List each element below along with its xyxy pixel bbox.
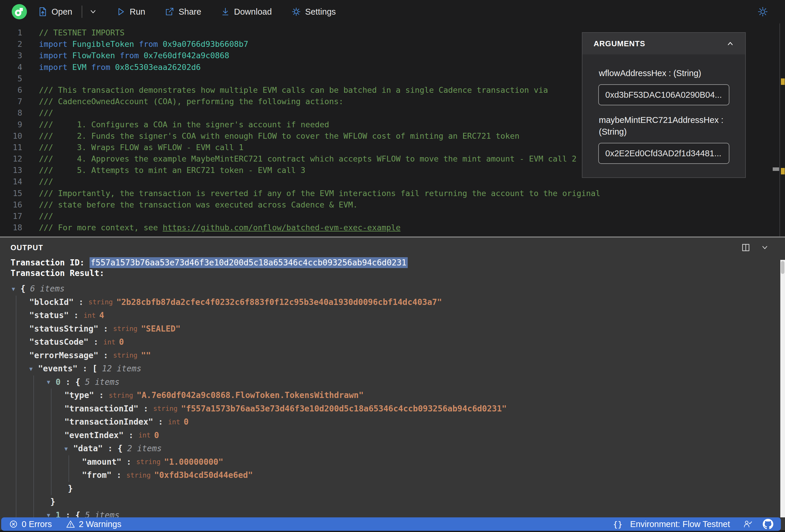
line-number: 8 <box>0 107 22 119</box>
open-button-label: Open <box>52 7 72 17</box>
errors-indicator[interactable]: 0 Errors <box>9 520 52 529</box>
json-colon: : <box>138 404 153 413</box>
code-token: /// state before the transaction was exe… <box>39 200 358 209</box>
arguments-body: wflowAddressHex : (String) maybeMintERC7… <box>582 54 745 177</box>
feedback-button[interactable] <box>743 519 753 529</box>
json-key: "blockId" <box>29 297 74 307</box>
json-row: "from" : string"0xfd3b4cd50d44e6ed" <box>82 468 785 482</box>
json-type: string <box>136 458 160 465</box>
code-token: 0x7e60df042a9c0868 <box>144 51 229 60</box>
environment-indicator[interactable]: {} Environment: Flow Testnet <box>613 520 730 529</box>
code-text: /// <box>22 210 53 222</box>
json-row: "type" : string"A.7e60df042a9c0868.FlowT… <box>65 388 785 402</box>
code-text: /// 4. Approves the example MaybeMintERC… <box>22 153 577 164</box>
gear-icon <box>291 7 301 17</box>
code-text: /// <box>22 176 53 187</box>
app-toolbar: Open Run Share Download <box>0 0 785 23</box>
argument-label: wflowAddressHex : (String) <box>599 67 729 79</box>
json-row: ▼"data" : {2 items <box>65 442 785 455</box>
json-colon: : <box>98 351 113 360</box>
collapse-chevron-icon[interactable] <box>726 39 735 48</box>
code-token: /// 2. Funds the signer's COA with enoug… <box>39 131 520 141</box>
code-token: /// 5. Attempts to mint an ERC721 token … <box>39 166 305 175</box>
json-key: "errorMessage" <box>29 351 98 360</box>
line-number: 12 <box>0 153 22 164</box>
output-panel: OUTPUT Transaction ID: f557a1573b76aa53e… <box>0 237 785 532</box>
github-icon <box>763 519 773 529</box>
json-key: "events" <box>38 364 78 373</box>
arguments-header[interactable]: ARGUMENTS <box>582 33 745 54</box>
editor-scroll-indicator[interactable] <box>773 168 779 171</box>
json-type: string <box>113 325 137 332</box>
json-items-count: 6 items <box>30 284 65 294</box>
download-button-label: Download <box>234 7 272 17</box>
scrollbar-thumb[interactable] <box>781 261 784 274</box>
feedback-person-icon <box>743 519 753 529</box>
json-value: 0 <box>184 417 189 427</box>
argument-input-maybemint[interactable] <box>598 143 729 164</box>
line-number: 13 <box>0 164 22 176</box>
code-text: /// CadenceOwnedAccount (COA), performin… <box>22 96 343 107</box>
line-number: 9 <box>0 119 22 130</box>
error-icon <box>9 520 18 529</box>
play-icon <box>116 7 126 17</box>
json-type: string <box>113 351 137 359</box>
expander-icon[interactable]: ▼ <box>65 446 73 452</box>
split-editor-icon[interactable] <box>741 243 751 252</box>
json-colon: : <box>94 390 109 400</box>
json-value: "" <box>141 351 151 360</box>
line-number: 10 <box>0 130 22 142</box>
json-row: "transactionId" : string"f557a1573b76aa5… <box>65 402 785 415</box>
expander-icon[interactable]: ▼ <box>29 365 38 372</box>
json-children: "blockId" : string"2b28cbfb87da2cfec4f02… <box>16 296 785 522</box>
settings-button[interactable]: Settings <box>286 0 341 23</box>
expander-icon[interactable]: ▼ <box>12 286 21 292</box>
flow-logo[interactable] <box>12 4 27 19</box>
arguments-title: ARGUMENTS <box>593 39 645 48</box>
line-number: 7 <box>0 96 22 107</box>
code-token: FungibleToken <box>72 40 139 49</box>
json-colon: : <box>122 457 136 467</box>
json-items-count: 12 items <box>102 364 142 373</box>
output-scrollbar[interactable] <box>780 260 785 517</box>
open-dropdown-button[interactable] <box>84 0 102 23</box>
arguments-panel: ARGUMENTS wflowAddressHex : (String) may… <box>582 32 746 178</box>
collapse-output-icon[interactable] <box>760 243 769 252</box>
run-button[interactable]: Run <box>111 0 150 23</box>
json-type: string <box>109 391 133 399</box>
json-type: int <box>103 338 116 346</box>
theme-toggle-button[interactable] <box>752 0 773 23</box>
download-button[interactable]: Download <box>216 0 277 23</box>
json-row: } <box>68 482 785 496</box>
code-text: // TESTNET IMPORTS <box>22 27 125 38</box>
open-button[interactable]: Open <box>32 0 78 23</box>
output-title: OUTPUT <box>10 244 43 252</box>
json-brace: { <box>118 444 123 453</box>
warnings-indicator[interactable]: 2 Warnings <box>66 520 122 529</box>
json-colon: : <box>88 337 103 347</box>
json-children: "amount" : string"1.00000000""from" : st… <box>69 455 785 482</box>
json-key: "statusCode" <box>29 337 88 347</box>
expander-icon[interactable]: ▼ <box>47 379 56 385</box>
code-link[interactable]: https://github.com/onflow/batched-evm-ex… <box>163 223 401 232</box>
code-token: /// CadenceOwnedAccount (COA), performin… <box>39 97 343 106</box>
transaction-id-value: f557a1573b76aa53e73d46f3e10d200d5c18a653… <box>90 257 408 268</box>
json-brace: [ <box>92 364 97 373</box>
code-line: 17/// <box>0 210 785 222</box>
code-token: /// Importantly, the transaction is reve… <box>39 189 600 198</box>
json-colon: : <box>111 470 126 480</box>
code-token: import <box>39 62 72 72</box>
line-number: 3 <box>0 50 22 61</box>
code-line: 18/// For more context, see https://gith… <box>0 222 785 233</box>
argument-label: maybeMintERC721AddressHex : (String) <box>599 114 729 137</box>
code-token: // TESTNET IMPORTS <box>39 28 125 37</box>
code-text: import FlowToken from 0x7e60df042a9c0868 <box>22 50 229 61</box>
share-button[interactable]: Share <box>159 0 206 23</box>
code-token: 0x9a0766d93b6608b7 <box>163 40 249 49</box>
json-value: 0 <box>119 337 124 347</box>
argument-input-wflow[interactable] <box>598 84 729 105</box>
code-line: 15/// Importantly, the transaction is re… <box>0 187 785 199</box>
github-button[interactable] <box>763 519 773 529</box>
code-token: /// <box>39 177 53 186</box>
json-value: "SEALED" <box>141 324 181 334</box>
